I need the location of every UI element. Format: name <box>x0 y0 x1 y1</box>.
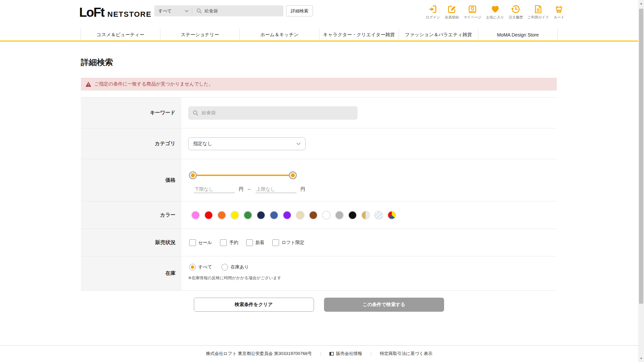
radio-stock-all-control[interactable] <box>189 264 196 270</box>
search-icon <box>196 8 202 14</box>
swatch-multicolor[interactable] <box>387 211 396 220</box>
category-row: カテゴリ 指定なし <box>81 128 557 159</box>
swatch-gray[interactable] <box>335 211 344 220</box>
swatch-yellow[interactable] <box>230 211 239 220</box>
swatch-pink[interactable] <box>191 211 200 220</box>
nav-home-kitchen[interactable]: ホーム＆キッチン <box>239 29 319 41</box>
radio-stock-all-label: すべて <box>198 264 212 270</box>
checkbox-preorder-label: 予約 <box>229 240 238 246</box>
chevron-down-icon <box>185 10 189 12</box>
checkbox-new[interactable]: 新着 <box>246 239 264 246</box>
sales-status-options: セール 予約 新着 ロフト限定 <box>189 239 305 246</box>
price-max-unit: 円 <box>301 186 305 192</box>
footer-transaction-law-label: 特定商取引法に基づく表示 <box>380 351 432 357</box>
swatch-beige[interactable] <box>296 211 305 220</box>
scrollbar-up-arrow[interactable]: ▲ <box>638 1 644 6</box>
register-link[interactable]: 会員登録 <box>442 4 461 20</box>
footer-company-text: 株式会社ロフト 東京都公安委員会 第303319700768号 <box>206 351 312 357</box>
order-history-link[interactable]: 注文履歴 <box>506 4 525 20</box>
search-button-label: この条件で検索する <box>363 302 406 308</box>
swatch-black[interactable] <box>348 211 357 220</box>
checkbox-new-box[interactable] <box>246 239 253 246</box>
brand-accent-line <box>0 41 644 42</box>
nav-stationery[interactable]: ステーショナリー <box>160 29 239 41</box>
swatch-blue[interactable] <box>270 211 278 220</box>
checkbox-loft-limited-box[interactable] <box>272 239 279 246</box>
color-row: カラー <box>81 201 557 229</box>
vertical-scrollbar[interactable]: ▲ ▼ <box>638 0 644 362</box>
no-results-alert: ご指定の条件に一致する商品が見つかりませんでした。 <box>81 78 557 90</box>
guide-link[interactable]: ご利用ガイド <box>525 4 551 20</box>
logo-loft-text: LoFt <box>79 5 104 20</box>
swatch-red[interactable] <box>204 211 213 220</box>
scrollbar-thumb[interactable] <box>639 9 643 304</box>
checkbox-preorder[interactable]: 予約 <box>220 239 238 246</box>
radio-stock-all[interactable]: すべて <box>189 264 212 270</box>
footer-seller-info-link[interactable]: 販売会社情報 <box>329 351 362 357</box>
header-search-input[interactable] <box>205 8 278 13</box>
scrollbar-down-arrow[interactable]: ▼ <box>638 356 644 361</box>
price-slider-handle-max[interactable] <box>289 171 297 179</box>
footer-transaction-law-link[interactable]: 特定商取引法に基づく表示 <box>380 351 432 357</box>
clear-button-label: 検索条件をクリア <box>235 302 273 308</box>
advanced-search-label: 詳細検索 <box>291 8 308 14</box>
swatch-purple[interactable] <box>283 211 291 220</box>
loft-logo[interactable]: LoFt NETSTORE <box>79 5 152 20</box>
checkbox-loft-limited[interactable]: ロフト限定 <box>272 239 304 246</box>
order-history-label: 注文履歴 <box>509 15 523 20</box>
nav-moma[interactable]: MoMA Design Store <box>478 29 558 41</box>
nav-fashion[interactable]: ファッション＆バラエティ雑貨 <box>398 29 478 41</box>
search-scope-value: すべて <box>158 8 172 14</box>
nav-cosme[interactable]: コスメ＆ビューティー <box>80 29 160 41</box>
search-scope-select[interactable]: すべて <box>154 8 192 14</box>
search-submit-button[interactable]: この条件で検索する <box>324 298 444 312</box>
cart-icon <box>554 4 564 14</box>
login-icon <box>428 4 438 14</box>
price-min-input[interactable] <box>194 185 235 193</box>
keyword-input[interactable] <box>202 110 342 116</box>
cart-link[interactable]: カート <box>551 4 567 20</box>
radio-stock-instock[interactable]: 在庫あり <box>221 264 249 270</box>
swatch-white[interactable] <box>322 211 331 220</box>
advanced-search-form: キーワード カテゴリ 指定なし 価格 <box>81 97 557 291</box>
checkbox-sale[interactable]: セール <box>189 239 212 246</box>
mypage-label: マイページ <box>464 15 481 20</box>
category-select[interactable]: 指定なし <box>188 137 306 150</box>
favorites-link[interactable]: お気に入り <box>484 4 506 20</box>
guide-document-icon <box>533 4 543 14</box>
history-clock-icon <box>511 4 521 14</box>
checkbox-preorder-box[interactable] <box>220 239 227 246</box>
clear-conditions-button[interactable]: 検索条件をクリア <box>194 298 314 312</box>
radio-stock-instock-control[interactable] <box>221 264 228 270</box>
category-select-value: 指定なし <box>193 141 212 147</box>
register-label: 会員登録 <box>445 15 459 20</box>
price-slider-track[interactable] <box>193 175 293 176</box>
swatch-clear[interactable] <box>374 211 383 220</box>
header-search-field[interactable] <box>192 8 283 14</box>
swatch-navy[interactable] <box>257 211 265 220</box>
footer-divider: ｜ <box>369 351 373 357</box>
price-max-input[interactable] <box>256 185 297 193</box>
footer: 株式会社ロフト 東京都公安委員会 第303319700768号 ｜ 販売会社情報… <box>0 345 638 357</box>
page-title: 詳細検索 <box>81 57 113 68</box>
checkbox-new-label: 新着 <box>255 240 264 246</box>
price-slider-handle-min[interactable] <box>189 171 197 179</box>
checkbox-sale-box[interactable] <box>189 239 196 246</box>
login-link[interactable]: ログイン <box>423 4 442 20</box>
sales-status-label: 販売状況 <box>81 229 181 256</box>
advanced-search-button[interactable]: 詳細検索 <box>286 5 313 16</box>
register-icon <box>447 4 457 14</box>
mypage-link[interactable]: マイページ <box>461 4 484 20</box>
cart-label: カート <box>554 15 565 20</box>
swatch-gold-silver[interactable] <box>361 211 370 220</box>
price-label: 価格 <box>81 159 181 201</box>
footer-divider: ｜ <box>319 351 323 357</box>
nav-character[interactable]: キャラクター・クリエイター雑貨 <box>319 29 398 41</box>
sales-status-row: 販売状況 セール 予約 新着 <box>81 229 557 256</box>
swatch-orange[interactable] <box>217 211 226 220</box>
swatch-green[interactable] <box>244 211 252 220</box>
warning-icon <box>86 82 91 87</box>
swatch-brown[interactable] <box>309 211 318 220</box>
header-search-bar: すべて <box>154 5 283 16</box>
page: LoFt NETSTORE すべて 詳細検索 ログイン <box>0 0 644 362</box>
